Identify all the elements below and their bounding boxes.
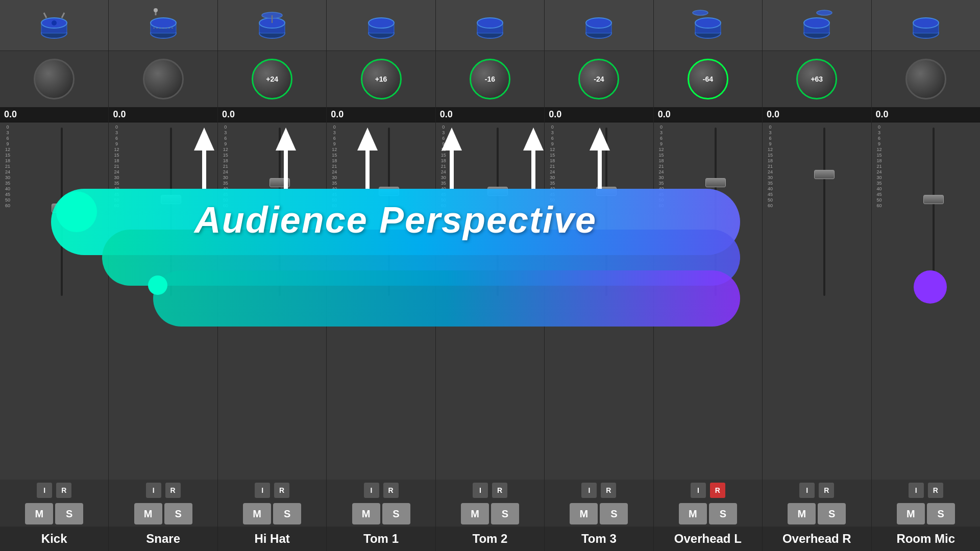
pan-tom2: 0.0 (436, 107, 544, 122)
knob-tom3[interactable]: -24 (545, 51, 653, 107)
channel-name-snare: Snare (109, 527, 217, 551)
fader-scale-tom1: 036912 1518212430 3540455060 (327, 122, 342, 480)
fader-track-hihat[interactable] (233, 122, 326, 480)
knob-hihat[interactable]: +24 (218, 51, 326, 107)
fader-section-snare: 036912 1518212430 3540455060 (109, 122, 217, 480)
svg-line-3 (44, 13, 46, 18)
m-button-overhead-l[interactable]: M (679, 503, 707, 524)
r-button-overhead-r[interactable]: R (819, 483, 834, 498)
s-button-hihat[interactable]: S (273, 503, 301, 524)
i-button-overhead-r[interactable]: I (799, 483, 815, 498)
fader-track-room-mic[interactable] (887, 122, 980, 480)
s-button-snare[interactable]: S (164, 503, 192, 524)
r-button-kick[interactable]: R (56, 483, 71, 498)
channel-hihat: +24 0.0 036912 1518212430 3540455060 I R… (218, 0, 327, 551)
channel-name-overhead-r: Overhead R (763, 527, 871, 551)
channel-tom1: +16 0.0 036912 1518212430 3540455060 I R… (327, 0, 435, 551)
fader-track-snare[interactable] (124, 122, 217, 480)
svg-point-8 (151, 18, 176, 28)
channel-icon-hihat (218, 0, 326, 51)
r-button-snare[interactable]: R (165, 483, 181, 498)
ms-buttons-room-mic: M S (872, 501, 980, 527)
ir-buttons-overhead-l: I R (654, 480, 762, 501)
channel-icon-overhead-l (654, 0, 762, 51)
m-button-hihat[interactable]: M (243, 503, 271, 524)
pan-tom3: 0.0 (545, 107, 653, 122)
fader-track-overhead-r[interactable] (778, 122, 871, 480)
s-button-kick[interactable]: S (55, 503, 83, 524)
r-button-room-mic[interactable]: R (928, 483, 943, 498)
ir-buttons-hihat: I R (218, 480, 326, 501)
fader-section-hihat: 036912 1518212430 3540455060 (218, 122, 326, 480)
fader-track-tom2[interactable] (451, 122, 544, 480)
m-button-tom1[interactable]: M (352, 503, 380, 524)
channel-icon-snare (109, 0, 217, 51)
ms-buttons-tom3: M S (545, 501, 653, 527)
i-button-overhead-l[interactable]: I (691, 483, 706, 498)
fader-track-tom3[interactable] (560, 122, 653, 480)
i-button-snare[interactable]: I (146, 483, 161, 498)
svg-point-11 (154, 8, 158, 12)
i-button-tom1[interactable]: I (364, 483, 379, 498)
knob-room-mic[interactable] (872, 51, 980, 107)
ir-buttons-tom2: I R (436, 480, 544, 501)
knob-tom1[interactable]: +16 (327, 51, 435, 107)
m-button-tom3[interactable]: M (570, 503, 598, 524)
pan-hihat: 0.0 (218, 107, 326, 122)
channel-name-overhead-l: Overhead L (654, 527, 762, 551)
i-button-hihat[interactable]: I (255, 483, 270, 498)
knob-kick[interactable] (0, 51, 108, 107)
knob-value-tom2: -16 (485, 75, 495, 83)
i-button-kick[interactable]: I (37, 483, 52, 498)
s-button-tom2[interactable]: S (491, 503, 519, 524)
mixer-container: 0.0 036912 1518212430 3540455060 I R M S… (0, 0, 980, 551)
svg-point-25 (586, 18, 611, 28)
knob-value-overhead-l: -64 (703, 75, 713, 83)
fader-scale-snare: 036912 1518212430 3540455060 (109, 122, 124, 480)
m-button-kick[interactable]: M (25, 503, 53, 524)
knob-value-tom3: -24 (594, 75, 604, 83)
fader-track-tom1[interactable] (342, 122, 435, 480)
s-button-overhead-r[interactable]: S (818, 503, 846, 524)
channel-tom3: -24 0.0 036912 1518212430 3540455060 I R… (545, 0, 653, 551)
m-button-overhead-r[interactable]: M (788, 503, 816, 524)
ir-buttons-tom3: I R (545, 480, 653, 501)
pan-kick: 0.0 (0, 107, 108, 122)
knob-snare[interactable] (109, 51, 217, 107)
fader-section-tom3: 036912 1518212430 3540455060 (545, 122, 653, 480)
channel-icon-tom3 (545, 0, 653, 51)
r-button-tom2[interactable]: R (492, 483, 507, 498)
svg-line-4 (62, 13, 64, 18)
r-button-tom3[interactable]: R (601, 483, 616, 498)
i-button-room-mic[interactable]: I (909, 483, 924, 498)
r-button-tom1[interactable]: R (383, 483, 399, 498)
r-button-overhead-l[interactable]: R (710, 483, 725, 498)
pan-room-mic: 0.0 (872, 107, 980, 122)
s-button-tom3[interactable]: S (600, 503, 628, 524)
svg-point-32 (804, 18, 829, 28)
fader-scale-hihat: 036912 1518212430 3540455060 (218, 122, 233, 480)
fader-scale-tom2: 036912 1518212430 3540455060 (436, 122, 451, 480)
m-button-snare[interactable]: M (134, 503, 162, 524)
fader-section-kick: 036912 1518212430 3540455060 (0, 122, 108, 480)
channel-icon-tom2 (436, 0, 544, 51)
m-button-room-mic[interactable]: M (897, 503, 925, 524)
s-button-room-mic[interactable]: S (927, 503, 955, 524)
knob-overhead-r[interactable]: +63 (763, 51, 871, 107)
fader-section-room-mic: 036912 1518212430 3540455060 (872, 122, 980, 480)
s-button-tom1[interactable]: S (382, 503, 410, 524)
fader-track-kick[interactable] (15, 122, 108, 480)
knob-overhead-l[interactable]: -64 (654, 51, 762, 107)
m-button-tom2[interactable]: M (461, 503, 489, 524)
channel-room-mic: 0.0 036912 1518212430 3540455060 I R M S… (872, 0, 980, 551)
channel-tom2: -16 0.0 036912 1518212430 3540455060 I R… (436, 0, 545, 551)
r-button-hihat[interactable]: R (274, 483, 289, 498)
knob-tom2[interactable]: -16 (436, 51, 544, 107)
s-button-overhead-l[interactable]: S (709, 503, 737, 524)
i-button-tom3[interactable]: I (581, 483, 597, 498)
knob-value-overhead-r: +63 (811, 75, 823, 83)
knob-value-tom1: +16 (375, 75, 387, 83)
i-button-tom2[interactable]: I (473, 483, 488, 498)
fader-section-overhead-l: 036912 1518212430 3540455060 (654, 122, 762, 480)
fader-track-overhead-l[interactable] (669, 122, 762, 480)
